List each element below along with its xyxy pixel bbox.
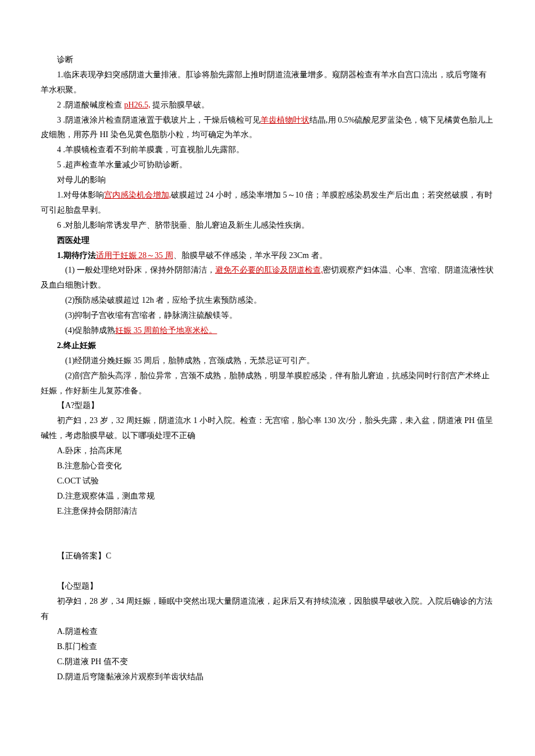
q2-option-c: C.阴道液 PH 值不变 [41,654,494,669]
highlight-dexamethasone: 妊娠 35 周前给予地塞米松。 [115,326,217,335]
q1-header: 【A?型题】 [41,398,494,413]
diagnosis-title: 诊断 [41,52,494,67]
highlight-avoid: 避免不必要的肛诊及阴道检查, [215,266,323,274]
effect-title: 对母儿的影响 [41,173,494,188]
highlight-weeks: 适用于妊娠 28～35 周 [96,251,173,260]
q1-option-c: C.OCT 试验 [41,474,494,489]
highlight-fern: 羊齿植物叶状 [261,116,309,124]
western-sub-4: (4)促胎肺成熟妊娠 35 周前给予地塞米松。 [41,323,494,338]
western-term-2: (2)剖宫产胎头高浮，胎位异常，宫颈不成熟，胎肺成熟，明显羊膜腔感染，伴有胎儿窘… [41,368,494,399]
q2-option-b: B.肛门检查 [41,639,494,654]
diagnosis-item-2: 2 .阴道酸碱度检查 pH26.5, 提示胎膜早破。 [41,98,494,113]
bold-label: 1.期待疗法 [57,251,96,260]
diagnosis-item-3: 3 .阴道液涂片检查阴道液置于载玻片上，干燥后镜检可见羊齿植物叶状结晶,用 0.… [41,113,494,143]
text-segment: 3 .阴道液涂片检查阴道液置于载玻片上，干燥后镜检可见 [57,116,261,124]
western-term-1: (1)经阴道分娩妊娠 35 周后，胎肺成熟，宫颈成熟，无禁忌证可引产。 [41,353,494,368]
q1-option-a: A.卧床，抬高床尾 [41,443,494,458]
text-segment: (1) 一般处理绝对卧床，保持外阴部清洁， [65,266,215,274]
western-sub-1: (1) 一般处理绝对卧床，保持外阴部清洁，避免不必要的肛诊及阴道检查,密切观察产… [41,263,494,293]
text-segment: 2 .阴道酸碱度检查 [57,101,124,109]
diagnosis-item-1: 1.临床表现孕妇突感阴道大量排液。肛诊将胎先露部上推时阴道流液量增多。窥阴器检查… [41,67,494,98]
text-segment: 提示胎膜早破。 [151,101,210,109]
text-segment: 、胎膜早破不伴感染，羊水平段 23Cm 者。 [173,251,327,260]
diagnosis-item-5: 5 .超声检查羊水量减少可协助诊断。 [41,157,494,173]
western-item-1: 1.期待疗法适用于妊娠 28～35 周、胎膜早破不伴感染，羊水平段 23Cm 者… [41,248,494,263]
q1-answer: 【正确答案】C [41,549,494,564]
highlight-ph: pH26.5, [124,101,151,109]
blank-line [41,519,494,534]
q1-option-e: E.注意保持会阴部清洁 [41,504,494,519]
blank-line [41,564,494,579]
q2-option-a: A.阴道检查 [41,624,494,639]
highlight-infection: 宫内感染机会增加, [104,191,172,199]
effect-item-1: 1.对母体影响宫内感染机会增加,破膜超过 24 小时，感染率增加 5～10 倍；… [41,188,494,218]
bold-heading: 西医处理 [57,236,90,245]
q2-header: 【心型题】 [41,579,494,594]
western-sub-3: (3)抑制子宫收缩有宫缩者，静脉滴注硫酸镁等。 [41,308,494,323]
blank-line [41,534,494,549]
effect-item-2: 6 .对胎儿影响常诱发早产、脐带脱垂、胎儿窘迫及新生儿感染性疾病。 [41,218,494,233]
q2-stem: 初孕妇，28 岁，34 周妊娠，睡眠中突然出现大量阴道流液，起床后又有持续流液，… [41,594,494,624]
q1-option-d: D.注意观察体温，测血常规 [41,489,494,504]
q1-stem: 初产妇，23 岁，32 周妊娠，阴道流水 1 小时入院。检查：无宫缩，胎心率 1… [41,413,494,443]
text-segment: (4)促胎肺成熟 [65,326,115,335]
western-item-2: 2.终止妊娠 [41,338,494,353]
western-sub-2: (2)预防感染破膜超过 12h 者，应给予抗生素预防感染。 [41,293,494,308]
bold-label: 2.终止妊娠 [57,341,96,350]
text-segment: 1.对母体影响 [57,191,104,199]
diagnosis-item-4: 4 .羊膜镜检查看不到前羊膜囊，可直视胎儿先露部。 [41,142,494,157]
western-title: 西医处理 [41,233,494,248]
q2-option-d: D.阴道后穹隆黏液涂片观察到羊齿状结晶 [41,669,494,685]
q1-option-b: B.注意胎心音变化 [41,458,494,474]
